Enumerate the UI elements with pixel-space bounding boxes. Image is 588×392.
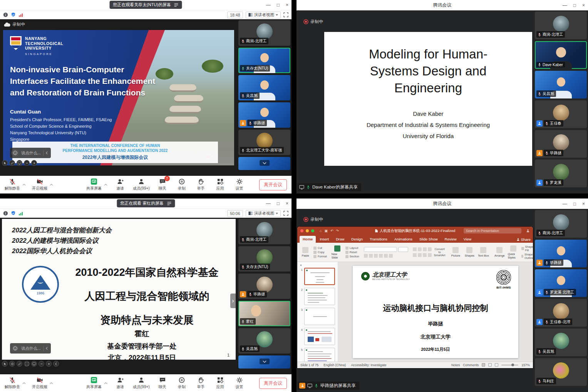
sorter-view-icon[interactable] — [488, 363, 492, 367]
textbox-button[interactable]: Text Box — [477, 244, 489, 260]
emoji-button[interactable] — [12, 345, 19, 352]
font-size-select[interactable] — [398, 247, 408, 252]
spacing-icon[interactable] — [428, 247, 432, 251]
slide-thumbnail-3[interactable] — [304, 308, 335, 325]
participant-tile[interactable]: 商润-北理工 — [535, 12, 587, 39]
leave-meeting-button[interactable]: 离开会议 — [259, 179, 287, 190]
highlight-icon[interactable] — [384, 254, 388, 258]
network-signal-icon[interactable] — [18, 211, 23, 216]
participant-tile[interactable]: 吴昌旭 — [238, 75, 290, 100]
close-button[interactable]: × — [286, 201, 288, 206]
mac-minimize-button[interactable] — [306, 229, 309, 232]
thumbnail-row[interactable]: 2 — [300, 288, 335, 305]
record-button[interactable]: 录制 — [175, 377, 188, 390]
slide-thumbnail-1[interactable] — [304, 268, 335, 285]
participant-tile[interactable]: 吴昌旭 — [535, 329, 587, 356]
slide-thumbnail-5[interactable] — [304, 348, 335, 362]
collapse-rail-button[interactable] — [260, 359, 270, 364]
tab-draw[interactable]: Draw — [333, 236, 347, 243]
invite-button[interactable]: 邀请 — [114, 377, 127, 390]
slide-thumbnail-panel[interactable]: ▼ 1 2 3 — [297, 262, 338, 362]
audio-options-caret[interactable] — [22, 382, 26, 384]
paste-button[interactable]: Paste — [300, 244, 311, 260]
settings-button[interactable]: 设置 — [233, 377, 246, 390]
record-button[interactable]: 录制 — [175, 178, 188, 191]
annotation-expand-icon[interactable] — [24, 361, 30, 367]
collapse-chat-icon[interactable] — [46, 347, 48, 350]
view-mode-button[interactable]: 演讲者视图 — [246, 12, 281, 18]
slide-thumbnail-4[interactable] — [304, 328, 335, 345]
notes-button[interactable]: Notes — [451, 363, 460, 367]
presenter-icon[interactable] — [526, 229, 530, 233]
audio-options-caret[interactable] — [22, 183, 26, 186]
minimize-button[interactable]: — — [266, 201, 271, 206]
participant-tile[interactable]: 毕路拯 — [238, 102, 290, 128]
section-marker[interactable]: ▼ — [300, 264, 335, 267]
annotation-collapse-icon[interactable] — [53, 361, 59, 367]
shape-fill-button[interactable]: Shape Fill — [521, 245, 533, 252]
invite-button[interactable]: 邀请 — [114, 178, 127, 191]
smartart-button[interactable]: Convert to SmartArt — [434, 244, 446, 260]
tab-transitions[interactable]: Transitions — [367, 236, 390, 243]
slideshow-view-icon[interactable] — [495, 363, 498, 367]
quick-chat-bar[interactable]: 说点什么... — [10, 148, 51, 158]
participant-tile[interactable]: 罗龙溪 北理工 — [535, 269, 587, 297]
ppt-main-slide[interactable]: 北京理工大学 BEIJING INSTITUTE OF TECHNOLOGY B… — [353, 266, 518, 358]
tab-home[interactable]: Home — [300, 236, 316, 243]
close-button[interactable]: × — [582, 3, 585, 8]
annotation-minus-icon[interactable] — [39, 361, 44, 367]
annotation-screen-icon[interactable] — [17, 160, 22, 166]
annotation-plus-icon[interactable] — [46, 361, 52, 367]
settings-button[interactable]: 设置 — [233, 178, 246, 191]
thumbnail-row[interactable]: 1 — [300, 268, 335, 285]
close-button[interactable]: × — [582, 202, 585, 206]
close-button[interactable]: × — [286, 3, 288, 7]
raise-hand-button[interactable]: 举手 — [194, 178, 208, 191]
collapse-chat-icon[interactable] — [46, 151, 48, 155]
participant-tile[interactable]: 毕路拯 — [238, 274, 290, 299]
meeting-info-icon[interactable] — [3, 211, 8, 216]
view-mode-button[interactable]: 演讲者视图 — [246, 210, 281, 217]
chat-button[interactable]: 7聊天 — [156, 178, 169, 191]
fullscreen-icon[interactable] — [283, 211, 288, 216]
leave-meeting-button[interactable]: 离开会议 — [259, 378, 287, 389]
thumbnail-row[interactable]: 5 — [300, 348, 335, 362]
zoom-slider[interactable] — [501, 365, 518, 365]
mac-close-button[interactable] — [300, 229, 303, 232]
minimize-button[interactable]: — — [563, 202, 567, 206]
normal-view-icon[interactable] — [482, 363, 485, 367]
chat-input[interactable]: 说点什么... — [21, 346, 41, 351]
participant-tile[interactable]: 霍红 — [238, 301, 290, 326]
align-right-icon[interactable] — [423, 253, 427, 257]
font-color-icon[interactable] — [389, 254, 393, 258]
shape-outline-button[interactable]: Shape Outline — [521, 253, 533, 260]
annotation-cursor-icon[interactable] — [2, 361, 8, 367]
annotation-minus-icon[interactable] — [24, 160, 30, 166]
network-signal-icon[interactable] — [18, 13, 23, 17]
members-button[interactable]: 成员(99+) — [133, 377, 150, 390]
participant-tile[interactable]: 王佳春 — [535, 100, 587, 128]
shapes-button[interactable]: Shapes — [464, 244, 475, 260]
maximize-button[interactable]: □ — [573, 202, 576, 206]
participant-tile[interactable]: 毕路拯 — [535, 240, 587, 267]
participant-tile[interactable]: 北京理工大学-席军强 — [238, 130, 290, 155]
share-options-caret[interactable] — [104, 382, 107, 384]
comments-button[interactable]: Comments — [463, 363, 479, 367]
start-video-button[interactable]: 开启视频 — [32, 377, 47, 390]
fullscreen-icon[interactable] — [283, 12, 288, 17]
minimize-button[interactable]: — — [563, 3, 567, 8]
italic-icon[interactable] — [369, 254, 373, 258]
maximize-button[interactable]: □ — [277, 3, 280, 7]
participant-tile[interactable]: 关存太(NTU) — [238, 246, 290, 272]
screen-list-icon[interactable] — [167, 202, 171, 205]
participant-tile-partial[interactable] — [238, 355, 290, 369]
participant-tile[interactable]: 商润-北理工 — [238, 219, 290, 244]
raise-hand-button[interactable]: 举手 — [194, 377, 208, 390]
unmute-button[interactable]: 解除静音 — [5, 178, 20, 191]
security-shield-icon[interactable] — [11, 211, 16, 216]
share-screen-button[interactable]: 共享屏幕 — [86, 178, 102, 191]
format-painter-button[interactable]: Format — [313, 255, 327, 258]
tab-animations[interactable]: Animations — [391, 236, 415, 243]
meeting-info-icon[interactable] — [3, 12, 8, 17]
underline-icon[interactable] — [374, 254, 378, 258]
